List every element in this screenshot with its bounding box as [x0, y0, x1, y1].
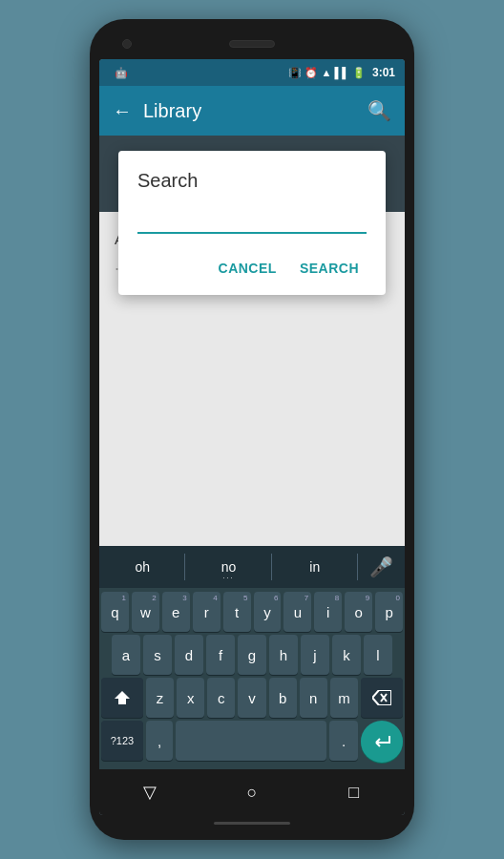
key-t[interactable]: 5t	[223, 592, 251, 632]
key-u[interactable]: 7u	[284, 592, 311, 632]
time-display: 3:01	[372, 66, 395, 79]
phone-screen: 🤖 📳 ⏰ ▲ ▌▌ 🔋 3:01 ← Library 🔍 All About …	[99, 59, 405, 815]
back-nav-button[interactable]: ▽	[129, 771, 171, 813]
key-l[interactable]: l	[364, 635, 392, 675]
front-camera	[122, 39, 132, 49]
key-y[interactable]: 6y	[254, 592, 282, 632]
svg-marker-0	[115, 691, 130, 704]
phone-bottom	[214, 815, 290, 830]
key-v[interactable]: v	[238, 678, 265, 718]
key-i[interactable]: 8i	[314, 592, 342, 632]
key-z[interactable]: z	[146, 678, 174, 718]
key-row-2: a s d f g h j k l	[101, 635, 403, 675]
content-area: All About Me · · · · · Search CANCEL SEA…	[99, 136, 405, 546]
back-button[interactable]: ←	[113, 100, 132, 122]
nav-bar: ▽ ○ □	[99, 769, 405, 815]
keyboard: oh no ··· in 🎤 1q 2w 3	[99, 546, 405, 769]
key-f[interactable]: f	[206, 635, 235, 675]
key-h[interactable]: h	[269, 635, 298, 675]
backspace-icon	[372, 690, 391, 705]
wifi-icon: ▲	[321, 67, 331, 78]
cancel-button[interactable]: CANCEL	[211, 253, 284, 283]
app-bar: ← Library 🔍	[99, 86, 405, 136]
key-row-1: 1q 2w 3e 4r 5t 6y 7u 8i 9o 0p	[101, 592, 403, 632]
mic-button[interactable]: 🎤	[358, 555, 405, 578]
backspace-key[interactable]	[361, 678, 403, 718]
key-row-4: ?123 , .	[101, 721, 403, 763]
enter-icon	[372, 734, 391, 749]
alarm-icon: ⏰	[304, 67, 318, 79]
status-bar: 🤖 📳 ⏰ ▲ ▌▌ 🔋 3:01	[99, 59, 405, 86]
key-m[interactable]: m	[330, 678, 358, 718]
comma-key[interactable]: ,	[146, 721, 173, 761]
key-e[interactable]: 3e	[162, 592, 190, 632]
home-nav-button[interactable]: ○	[231, 771, 273, 813]
search-icon-button[interactable]: 🔍	[368, 99, 391, 122]
key-q[interactable]: 1q	[101, 592, 129, 632]
signal-icon: ▌▌	[334, 67, 349, 78]
symbols-key[interactable]: ?123	[101, 721, 143, 761]
key-p[interactable]: 0p	[375, 592, 403, 632]
earpiece-speaker	[229, 40, 275, 48]
suggestion-in[interactable]: in	[272, 546, 358, 588]
key-r[interactable]: 4r	[193, 592, 220, 632]
dialog-title: Search	[137, 170, 367, 192]
key-o[interactable]: 9o	[345, 592, 372, 632]
phone-device: 🤖 📳 ⏰ ▲ ▌▌ 🔋 3:01 ← Library 🔍 All About …	[90, 19, 414, 840]
key-x[interactable]: x	[177, 678, 204, 718]
home-indicator	[214, 822, 290, 825]
search-input[interactable]	[137, 207, 367, 232]
key-s[interactable]: s	[143, 635, 172, 675]
search-dialog: Search CANCEL SEARCH	[118, 151, 386, 295]
key-d[interactable]: d	[175, 635, 203, 675]
key-n[interactable]: n	[300, 678, 327, 718]
key-k[interactable]: k	[332, 635, 361, 675]
shift-icon	[114, 689, 131, 706]
recents-nav-button[interactable]: □	[333, 771, 375, 813]
vibrate-icon: 📳	[288, 67, 302, 79]
dialog-actions: CANCEL SEARCH	[137, 253, 367, 287]
keyboard-rows: 1q 2w 3e 4r 5t 6y 7u 8i 9o 0p a s d f	[99, 588, 405, 769]
keyboard-suggestions: oh no ··· in 🎤	[99, 546, 405, 588]
key-w[interactable]: 2w	[132, 592, 159, 632]
key-c[interactable]: c	[207, 678, 235, 718]
suggestion-oh[interactable]: oh	[99, 546, 185, 588]
search-button[interactable]: SEARCH	[292, 253, 367, 283]
key-a[interactable]: a	[112, 635, 140, 675]
battery-icon: 🔋	[352, 67, 366, 79]
app-bar-title: Library	[143, 100, 356, 122]
space-key[interactable]	[176, 721, 326, 761]
key-g[interactable]: g	[238, 635, 266, 675]
shift-key[interactable]	[101, 678, 143, 718]
dialog-overlay: Search CANCEL SEARCH	[99, 136, 405, 546]
period-key[interactable]: .	[329, 721, 358, 761]
suggestion-no[interactable]: no ···	[185, 546, 271, 588]
key-j[interactable]: j	[301, 635, 329, 675]
phone-top	[99, 29, 405, 59]
search-input-container	[137, 207, 367, 234]
status-icons: 📳 ⏰ ▲ ▌▌ 🔋 3:01	[288, 66, 395, 79]
key-row-3: z x c v b n m	[101, 678, 403, 718]
mic-icon: 🎤	[369, 555, 393, 578]
enter-key[interactable]	[361, 721, 403, 763]
key-b[interactable]: b	[269, 678, 297, 718]
